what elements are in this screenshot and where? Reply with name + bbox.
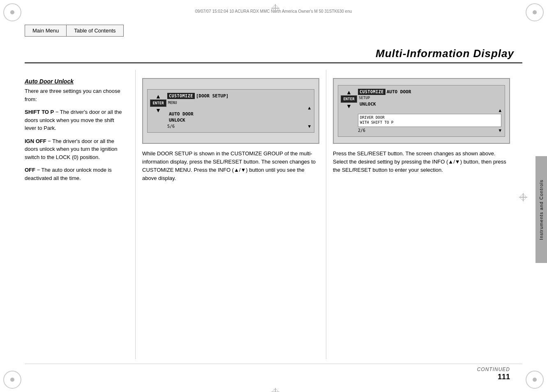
lcd-inner-1: ▲ ENTER ▼ CUSTOMIZE [DOOR SETUP] MENU ▲: [147, 89, 314, 133]
lcd-driver-text: DRIVER DOORWITH SHIFT TO P: [360, 115, 499, 125]
lcd-fraction-1: 5/6: [167, 124, 175, 129]
right-column: ▲ ENTER ▼ CUSTOMIZE AUTO DOOR SETUP UNLO…: [326, 70, 510, 359]
side-tab-label: Instruments and Controls: [539, 180, 544, 240]
ign-off-item: IGN OFF − The driver's door or all the d…: [25, 137, 127, 161]
lcd-customize-label-2: CUSTOMIZE: [358, 89, 385, 95]
page-title: Multi-Information Display: [376, 47, 514, 60]
corner-decoration-tl: [3, 3, 21, 21]
lcd-menu-item-2: UNLOCK: [169, 118, 311, 123]
lcd-enter-btn-1: ENTER: [150, 99, 166, 107]
lcd-arrow-down-2: ▼: [347, 103, 351, 109]
nav-buttons: Main Menu Table of Contents: [25, 25, 124, 37]
lcd-inner-2: ▲ ENTER ▼ CUSTOMIZE AUTO DOOR SETUP UNLO…: [338, 85, 505, 136]
middle-column: ▲ ENTER ▼ CUSTOMIZE [DOOR SETUP] MENU ▲: [136, 70, 326, 359]
lcd-bottom-arrow-1: ▼: [308, 124, 311, 129]
ign-off-dash: −: [48, 138, 52, 144]
page-number: 111: [498, 373, 510, 381]
lcd-top-arrow: ▲: [167, 105, 311, 111]
section-intro: There are three settings you can choose …: [25, 87, 127, 103]
corner-decoration-bl: [3, 371, 21, 389]
shift-to-p-dash: −: [55, 109, 60, 115]
toc-button[interactable]: Table of Contents: [67, 25, 123, 36]
lcd-enter-btn-2: ENTER: [341, 95, 357, 103]
corner-decoration-tr: [526, 3, 544, 21]
lcd-setup-label: SETUP: [359, 96, 501, 101]
off-dash: −: [37, 167, 42, 173]
lcd-content-1: CUSTOMIZE [DOOR SETUP] MENU ▲ AUTO DOOR …: [167, 93, 311, 129]
lcd-display-2: ▲ ENTER ▼ CUSTOMIZE AUTO DOOR SETUP UNLO…: [333, 78, 510, 144]
left-column: Auto Door Unlock There are three setting…: [25, 70, 136, 359]
off-item: OFF − The auto door unlock mode is deact…: [25, 166, 127, 182]
caption-2: Press the SEL/RESET button. The screen c…: [333, 150, 510, 174]
lcd-display-1: ▲ ENTER ▼ CUSTOMIZE [DOOR SETUP] MENU ▲: [142, 78, 319, 144]
content-area: Auto Door Unlock There are three setting…: [25, 70, 510, 359]
lcd-fraction-2: 2/6: [358, 128, 365, 133]
lcd-arrow-down-1: ▼: [157, 107, 160, 113]
main-menu-button[interactable]: Main Menu: [25, 25, 67, 36]
lcd-menu-label: MENU: [168, 101, 311, 106]
lcd-unlock-label: UNLOCK: [360, 101, 501, 107]
lcd-menu-item-1: AUTO DOOR: [169, 111, 311, 117]
lcd-bracket-title: [DOOR SETUP]: [196, 93, 228, 99]
side-tab: Instruments and Controls: [535, 156, 547, 263]
lcd-top-arrow-2: ▲: [358, 108, 501, 113]
lcd-bottom-arrow-2: ▼: [499, 128, 501, 133]
lcd-arrow-up-2: ▲: [347, 89, 351, 95]
corner-decoration-br: [526, 371, 544, 389]
shift-to-p-label: SHIFT TO P: [25, 109, 54, 115]
nav-bar: Main Menu Table of Contents: [25, 25, 522, 37]
caption-1: While DOOR SETUP is shown in the CUSTOMI…: [142, 150, 319, 183]
lcd-controls-2: ▲ ENTER ▼: [342, 89, 356, 109]
off-label: OFF: [25, 167, 35, 173]
continued-label: CONTINUED: [477, 367, 510, 372]
ign-off-label: IGN OFF: [25, 138, 46, 144]
lcd-arrow-up-1: ▲: [157, 93, 160, 99]
lcd-section-title-2: AUTO DOOR: [387, 89, 411, 95]
footer-rule: [25, 364, 522, 364]
shift-to-p-item: SHIFT TO P − The driver's door or all th…: [25, 108, 127, 132]
lcd-content-2: CUSTOMIZE AUTO DOOR SETUP UNLOCK ▲ DRIVE…: [358, 89, 501, 133]
columns: Auto Door Unlock There are three setting…: [25, 70, 510, 359]
lcd-customize-label-1: CUSTOMIZE: [167, 93, 195, 99]
lcd-controls-1: ▲ ENTER ▼: [151, 93, 166, 113]
header-rule: [25, 62, 522, 63]
section-title: Auto Door Unlock: [25, 78, 127, 85]
